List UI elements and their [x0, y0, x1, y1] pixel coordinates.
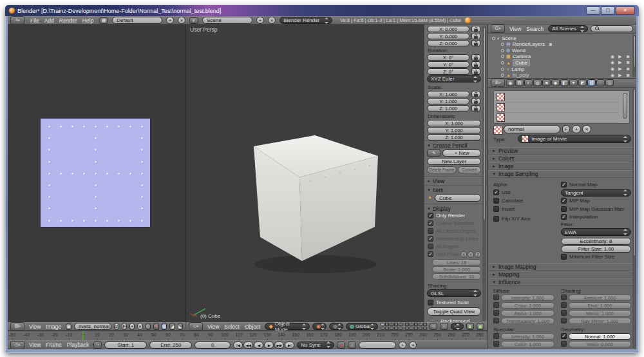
tab-object[interactable]: ■ [542, 79, 551, 86]
grease-pencil-draw-icon[interactable]: ✎ [427, 150, 441, 157]
outliner-row[interactable]: ▲Cube◉▶◙ [488, 59, 636, 66]
grid-subdivisions-field[interactable]: Subdivisions: 10 [432, 273, 481, 280]
cube-object[interactable] [248, 115, 390, 276]
visibility-eye-icon[interactable]: ◉ [609, 60, 616, 65]
layer-toggle[interactable] [394, 327, 398, 330]
minimum-filter-size-checkbox[interactable] [561, 254, 567, 260]
outliner-search-input[interactable] [591, 25, 633, 32]
delete-frame-button[interactable]: Delete Frame [427, 166, 457, 173]
info-file-menu[interactable]: File [28, 17, 41, 24]
n-panel-scrollbar[interactable] [482, 26, 486, 321]
rotation-mode-select[interactable]: XYZ Euler [427, 75, 481, 82]
layer-toggle[interactable] [414, 323, 418, 326]
current-frame-marker[interactable] [82, 331, 84, 341]
layer-toggle[interactable] [399, 323, 402, 326]
image-users-button[interactable]: 2 [114, 323, 119, 330]
normal-map-checkbox[interactable]: ✓ [561, 182, 567, 188]
outliner-search-menu[interactable]: Search [524, 26, 545, 32]
layer-toggle[interactable] [419, 327, 422, 330]
expand-toggle-icon[interactable] [501, 73, 504, 77]
jump-to-end-button[interactable]: ▶| [285, 342, 294, 349]
normal-space-select[interactable]: Tangent [561, 189, 631, 197]
close-button[interactable]: ✕ [616, 6, 635, 15]
expand-toggle-icon[interactable] [501, 49, 504, 52]
new-texture-button[interactable]: + [572, 125, 581, 133]
properties-scrollbar[interactable] [632, 89, 636, 348]
shading-0-slider[interactable]: Ambient: 1.000 [569, 294, 631, 301]
editor-type-menu[interactable]: ≡▾ [10, 16, 24, 24]
layer-buttons[interactable] [405, 323, 427, 330]
selectability-cursor-icon[interactable]: ▶ [616, 73, 624, 78]
timeline-frame-menu[interactable]: Frame [44, 342, 64, 348]
all-edges-checkbox[interactable] [428, 244, 433, 249]
specular-0-checkbox[interactable] [493, 333, 499, 339]
layer-toggle[interactable] [390, 327, 393, 330]
info-render-menu[interactable]: Render [57, 17, 79, 24]
panel-image-sampling[interactable]: ▼Image Sampling [488, 170, 636, 178]
diffuse-1-slider[interactable]: Color: 1.000 [501, 302, 554, 309]
renderability-camera-icon[interactable]: ◙ [624, 66, 632, 72]
current-frame-field[interactable]: 0 [194, 342, 231, 349]
toggle-quad-view-button[interactable]: Toggle Quad View [427, 307, 481, 316]
object-name-field[interactable]: Cube [435, 194, 481, 202]
unlink-image-button[interactable]: × [137, 323, 142, 330]
scale-z-field[interactable]: Z: 1.000 [427, 105, 469, 111]
tab-texture[interactable]: ▩ [587, 79, 596, 86]
render-opengl-anim-icon[interactable]: ▣ [477, 323, 484, 330]
filter-size-field[interactable]: Filter Size: 1.00 [561, 246, 631, 253]
alpha-use-checkbox[interactable]: ✓ [493, 189, 499, 195]
scale-y-field-lock-icon[interactable] [471, 98, 480, 104]
diffuse-2-checkbox[interactable] [493, 310, 499, 316]
selectability-cursor-icon[interactable]: ▶ [616, 66, 624, 72]
tab-constraints[interactable]: ◆ [551, 79, 560, 86]
viewport-select-menu[interactable]: Select [222, 323, 242, 330]
mip-map-checkbox[interactable]: ✓ [561, 198, 567, 204]
layer-toggle[interactable] [381, 323, 384, 326]
visibility-eye-icon[interactable]: ◉ [609, 54, 616, 59]
render-opengl-icon[interactable]: ◙ [466, 323, 474, 330]
play-button[interactable]: ▶ [264, 342, 274, 349]
layer-toggle[interactable] [405, 323, 409, 326]
only-render-checkbox[interactable]: ✓ [428, 213, 433, 218]
fake-user-button[interactable]: F [562, 125, 570, 133]
renderability-camera-icon[interactable]: ◙ [624, 73, 632, 78]
transform-orientation-select[interactable]: ◍Global [346, 323, 378, 330]
diffuse-3-checkbox[interactable] [493, 318, 499, 323]
new-layer-button[interactable]: New Layer [427, 158, 481, 165]
grid-lines-field[interactable]: Lines: 16 [432, 259, 481, 265]
diffuse-0-checkbox[interactable] [493, 294, 499, 300]
rotation-y-field-lock-icon[interactable] [471, 61, 480, 68]
keying-set-field[interactable] [359, 342, 396, 349]
location-z-field-lock-icon[interactable] [471, 40, 480, 46]
scope-icon[interactable]: ◣ [178, 323, 183, 330]
pin-icon[interactable]: ⊙ [146, 323, 151, 330]
outliner-scope-select[interactable]: All Scenes [548, 25, 588, 32]
image-view-menu[interactable]: View [27, 323, 43, 330]
specular-1-slider[interactable]: Color: 1.000 [501, 341, 554, 347]
layer-buttons[interactable] [381, 323, 402, 330]
shading-3-checkbox[interactable] [561, 318, 567, 323]
use-preview-range-icon[interactable]: ◔ [93, 342, 102, 349]
renderability-camera-icon[interactable]: ◙ [624, 60, 632, 65]
panel-image[interactable]: ►Image [488, 162, 636, 170]
expand-toggle-icon[interactable] [501, 68, 504, 71]
outliner-row[interactable]: ◐Scene [488, 35, 636, 41]
screen-layout-field[interactable]: Default [112, 17, 162, 24]
image-name-field[interactable]: rivets_normal [74, 323, 111, 330]
manipulator-icon[interactable]: ⊹ [430, 323, 437, 330]
layer-toggle[interactable] [399, 327, 402, 330]
diffuse-3-slider[interactable]: Translucency: 1.000 [501, 318, 554, 324]
editor-type-menu[interactable]: ◷▾ [10, 341, 24, 349]
editor-type-menu[interactable]: ⊟▾ [491, 24, 505, 33]
shading-1-slider[interactable]: Emit: 1.000 [569, 302, 631, 309]
textured-solid-checkbox[interactable] [428, 300, 433, 305]
scale-z-field-lock-icon[interactable] [471, 105, 480, 111]
delete-scene-button[interactable]: × [268, 17, 276, 24]
draw-type-icon[interactable]: ◢ [169, 323, 175, 330]
add-scene-button[interactable]: + [256, 17, 264, 24]
outliner-row[interactable]: ♀Lamp◉▶◙ [488, 66, 636, 72]
panel-influence[interactable]: ▼Influence [488, 278, 636, 286]
all-object-origins-checkbox[interactable] [428, 228, 433, 234]
rotation-x-field-lock-icon[interactable] [471, 54, 480, 61]
grid-axis-y-toggle[interactable]: Y [468, 251, 474, 258]
